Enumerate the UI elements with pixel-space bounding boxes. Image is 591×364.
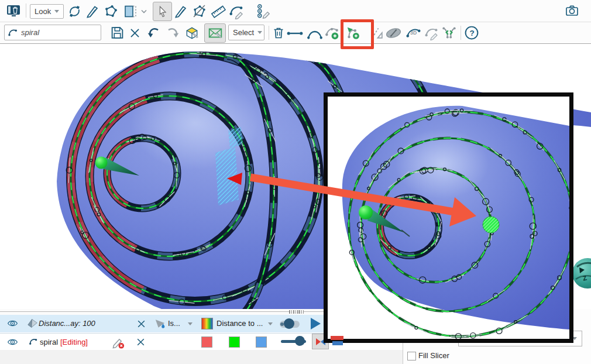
arc-icon bbox=[307, 28, 323, 40]
curve-name: spiral bbox=[40, 334, 58, 351]
closed-polyline-button[interactable] bbox=[104, 4, 118, 21]
redo-icon bbox=[165, 26, 180, 41]
undo-icon bbox=[146, 26, 162, 41]
blue-bar bbox=[332, 341, 343, 345]
zoom-callout bbox=[324, 92, 573, 343]
app-window: Look bbox=[0, 0, 591, 364]
fill-slicer-label: Fill Slicer bbox=[418, 351, 449, 360]
colormap-dropdown[interactable]: Distance to ... bbox=[217, 315, 263, 332]
nav-sphere[interactable]: Z bbox=[572, 258, 591, 289]
split-curve-button[interactable] bbox=[441, 25, 457, 43]
select-dropdown-label: Select bbox=[233, 28, 254, 37]
zoom-callout-scene bbox=[328, 97, 569, 339]
isolines-icon bbox=[154, 318, 166, 329]
divider bbox=[269, 26, 269, 40]
panel-drag-handle[interactable] bbox=[289, 310, 304, 314]
chevron-down-icon bbox=[54, 10, 59, 13]
screenshot-camera-icon bbox=[565, 4, 579, 18]
add-curve-point-icon bbox=[324, 25, 339, 40]
sketch-curve-button[interactable] bbox=[424, 26, 439, 43]
draw-curve-button[interactable] bbox=[85, 4, 99, 21]
select-dropdown[interactable]: Select bbox=[228, 25, 264, 40]
help-button[interactable]: ? bbox=[464, 25, 479, 43]
free-draw-icon bbox=[174, 4, 188, 19]
delete-button[interactable] bbox=[272, 25, 286, 43]
closed-polyline-icon bbox=[104, 4, 118, 19]
screenshot-button[interactable] bbox=[565, 4, 579, 20]
save-button[interactable] bbox=[110, 25, 125, 43]
main-toolbar: Look bbox=[0, 0, 591, 22]
curve-icon bbox=[28, 337, 39, 346]
editing-status-badge: [Editing] bbox=[60, 334, 88, 351]
inspection-icon bbox=[27, 318, 38, 329]
edit-curve-icon bbox=[229, 4, 245, 19]
replace-curve-icon bbox=[67, 4, 82, 19]
look-dropdown-label: Look bbox=[35, 7, 51, 16]
chevron-down-icon bbox=[188, 322, 193, 325]
help-label: ? bbox=[469, 29, 474, 37]
measure-ruler-button[interactable] bbox=[211, 4, 226, 21]
look-dropdown[interactable]: Look bbox=[30, 4, 64, 19]
select-cursor-button[interactable] bbox=[153, 2, 172, 21]
visibility-eye-icon[interactable] bbox=[6, 336, 19, 348]
edit-points-button[interactable] bbox=[256, 4, 272, 22]
edit-box-icon bbox=[184, 25, 200, 40]
color-swatch-blue[interactable] bbox=[256, 336, 267, 348]
undo-button[interactable] bbox=[146, 26, 162, 43]
specular-highlight bbox=[130, 76, 259, 170]
display-delete-icon bbox=[6, 4, 21, 18]
red-bar bbox=[331, 336, 343, 340]
curve-3d-button[interactable]: 3D bbox=[406, 25, 421, 43]
insert-point-icon bbox=[345, 25, 360, 40]
start-point-marker bbox=[359, 205, 373, 219]
divider bbox=[461, 26, 461, 40]
start-point-marker bbox=[95, 157, 108, 169]
clipping-box-icon bbox=[123, 4, 147, 19]
edit-box-button[interactable] bbox=[182, 23, 202, 42]
draw-curve-icon bbox=[85, 4, 99, 19]
play-icon[interactable] bbox=[311, 318, 321, 329]
comparison-title: Distanc...ay: 100 bbox=[39, 315, 95, 332]
curve-icon bbox=[7, 28, 19, 38]
edit-mesh-icon bbox=[208, 26, 223, 41]
close-icon bbox=[129, 27, 141, 39]
close-icon[interactable] bbox=[136, 319, 146, 329]
divider bbox=[26, 4, 26, 18]
fill-slicer-checkbox[interactable] bbox=[407, 352, 416, 360]
clipping-colors-glyph bbox=[331, 335, 345, 346]
segment-button[interactable] bbox=[287, 28, 303, 41]
delete-display-button[interactable] bbox=[4, 2, 23, 19]
cancel-button[interactable] bbox=[129, 27, 141, 42]
edit-mesh-button[interactable] bbox=[204, 23, 226, 43]
replace-curve-button[interactable] bbox=[67, 4, 82, 21]
color-swatch-green[interactable] bbox=[229, 336, 240, 348]
free-draw-button[interactable] bbox=[174, 4, 188, 21]
opacity-toggle-knob[interactable] bbox=[284, 318, 294, 329]
color-swatch-red[interactable] bbox=[201, 336, 212, 348]
redo-button[interactable] bbox=[165, 26, 180, 43]
colormap-swatch bbox=[201, 318, 213, 329]
hatched-selection-patch bbox=[228, 127, 243, 148]
segment-icon bbox=[287, 28, 303, 39]
slicer-disc-button[interactable] bbox=[385, 26, 402, 43]
save-icon bbox=[110, 25, 125, 40]
visibility-eye-icon[interactable] bbox=[6, 318, 19, 329]
edit-curve-button[interactable] bbox=[229, 4, 245, 22]
arc-button[interactable] bbox=[307, 28, 323, 42]
measure-ruler-icon bbox=[211, 4, 226, 19]
close-icon[interactable] bbox=[136, 337, 146, 347]
sketch-curve-icon bbox=[424, 26, 439, 40]
insert-point-button[interactable] bbox=[345, 25, 360, 43]
clipping-box-button[interactable] bbox=[123, 4, 147, 21]
line-width-slider-knob[interactable] bbox=[295, 336, 305, 346]
panel-footer bbox=[0, 350, 403, 364]
chevron-down-icon bbox=[268, 322, 273, 325]
add-curve-point-button[interactable] bbox=[324, 25, 339, 43]
delete-icon bbox=[272, 25, 286, 40]
isolines-dropdown[interactable]: Is... bbox=[168, 315, 180, 332]
edit-points-icon bbox=[256, 4, 272, 19]
curve-3d-icon: 3D bbox=[406, 25, 421, 40]
stop-editing-icon[interactable] bbox=[112, 336, 125, 349]
compare-button[interactable] bbox=[370, 26, 384, 43]
polyline-slash-button[interactable] bbox=[192, 4, 207, 21]
